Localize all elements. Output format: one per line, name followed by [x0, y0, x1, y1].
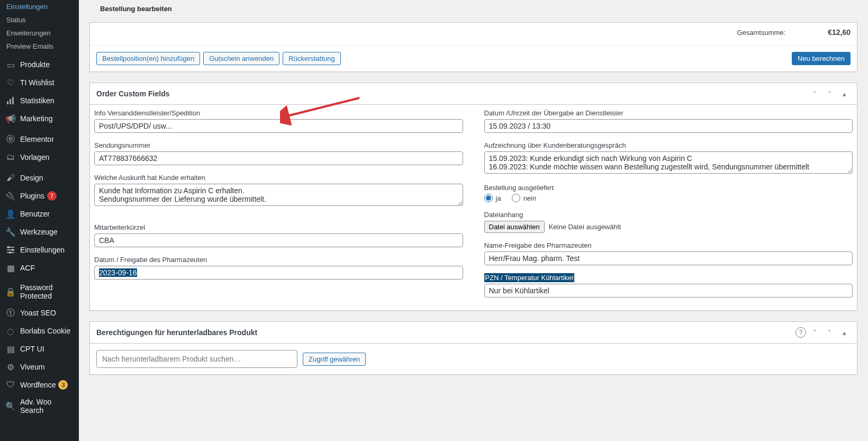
panel-move-up-icon[interactable]: ˄ — [808, 326, 821, 339]
sidebar-item-label: Plugins — [20, 192, 44, 200]
totals-label: Gesamtsumme: — [737, 29, 785, 37]
sidebar-item-acf[interactable]: ▦ ACF — [0, 259, 79, 277]
sidebar-item-label: Einstellungen — [20, 246, 65, 254]
label-info-shipping: Info Versanddienstleister/Spedition — [94, 109, 463, 117]
downloadable-search-input[interactable] — [96, 350, 297, 368]
sliders-icon — [5, 245, 16, 255]
sidebar-item-label: Design — [20, 174, 43, 182]
input-info-shipping[interactable] — [94, 119, 463, 133]
sidebar-item-produkte[interactable]: ▭ Produkte — [0, 56, 79, 74]
radio-delivered-yes-label[interactable]: ja — [484, 194, 501, 202]
textarea-auskunft[interactable] — [94, 184, 463, 206]
sidebar-item-label: CPT UI — [20, 345, 44, 353]
page-title: Bestellung bearbeiten — [89, 5, 857, 13]
elementor-icon: ⓔ — [5, 134, 16, 145]
wordfence-badge: 3 — [58, 380, 68, 390]
file-choose-button[interactable]: Datei auswählen — [484, 221, 545, 233]
sidebar-item-label: Elementor — [20, 135, 54, 143]
input-handover[interactable] — [484, 119, 853, 133]
downloadable-permissions-panel: Berechtigungen für herunterladbares Prod… — [89, 321, 857, 375]
lock-icon: 🔒 — [5, 286, 16, 297]
sidebar-item-label: Yoast SEO — [20, 309, 56, 317]
sidebar-item-elementor[interactable]: ⓔ Elementor — [0, 130, 79, 148]
heart-icon: ♡ — [5, 77, 16, 88]
sidebar-item-label: Viveum — [20, 363, 44, 371]
apply-coupon-button[interactable]: Gutschein anwenden — [203, 52, 279, 65]
help-icon[interactable]: ? — [795, 327, 806, 338]
input-pzn[interactable] — [484, 284, 853, 298]
input-kuerzel[interactable] — [94, 233, 463, 247]
label-pharma-name: Name-Freigabe des Pharmazeuten — [484, 241, 853, 249]
refund-button[interactable]: Rückerstattung — [283, 52, 340, 65]
radio-delivered-yes[interactable] — [484, 194, 493, 202]
totals-row: Gesamtsumme: €12,60 — [90, 23, 857, 46]
sidebar-item-marketing[interactable]: 📢 Marketing — [0, 110, 79, 128]
sidebar-sub-erweiterungen[interactable]: Erweiterungen — [0, 26, 79, 40]
panel-toggle-icon[interactable]: ▴ — [838, 87, 851, 100]
sidebar-sub-preview-emails[interactable]: Preview Emails — [0, 40, 79, 53]
add-items-button[interactable]: Bestellposition(en) hinzufügen — [96, 52, 200, 65]
sidebar-item-vorlagen[interactable]: 🗂 Vorlagen — [0, 148, 79, 166]
label-beratung: Aufzeichnung über Kundenberatungsgespräc… — [484, 141, 853, 149]
panel-move-up-icon[interactable]: ˄ — [808, 87, 821, 100]
sidebar-item-adv-woo-search[interactable]: 🔍 Adv. Woo Search — [0, 394, 79, 418]
sidebar-item-viveum[interactable]: ⚙ Viveum — [0, 358, 79, 376]
label-delivered: Bestellung ausgeliefert — [484, 184, 853, 192]
yoast-icon: Ⓨ — [5, 308, 16, 318]
panel-move-down-icon[interactable]: ˅ — [823, 87, 836, 100]
gear-icon: ⚙ — [5, 362, 16, 372]
grant-access-button[interactable]: Zugriff gewähren — [303, 353, 366, 366]
sidebar-item-label: Marketing — [20, 114, 52, 123]
page-header: Bestellung bearbeiten — [89, 0, 857, 15]
search-icon: 🔍 — [5, 401, 16, 411]
sidebar-item-werkzeuge[interactable]: 🔧 Werkzeuge — [0, 223, 79, 241]
sidebar-item-yoast[interactable]: Ⓨ Yoast SEO — [0, 304, 79, 322]
archive-icon: ▭ — [5, 59, 16, 70]
panel-move-down-icon[interactable]: ˅ — [823, 326, 836, 339]
sidebar-item-wishlist[interactable]: ♡ TI Wishlist — [0, 74, 79, 92]
sidebar-item-borlabs[interactable]: ◌ Borlabs Cookie — [0, 322, 79, 340]
megaphone-icon: 📢 — [5, 113, 16, 124]
recalculate-button[interactable]: Neu berechnen — [792, 52, 851, 65]
totals-value: €12,60 — [828, 28, 851, 37]
svg-point-8 — [9, 251, 11, 254]
sidebar-item-label: Borlabs Cookie — [20, 327, 70, 335]
order-custom-fields-panel: Order Custom Fields ˄ ˅ ▴ Info Versanddi… — [89, 83, 857, 311]
label-auskunft: Welche Auskunft hat Kunde erhalten — [94, 174, 463, 182]
svg-rect-1 — [10, 99, 11, 104]
sidebar-sub-einstellungen[interactable]: Einstellungen — [0, 0, 79, 13]
main-content: Bestellung bearbeiten Gesamtsumme: €12,6… — [79, 0, 868, 441]
radio-delivered-no[interactable] — [512, 194, 520, 202]
order-items-panel: Gesamtsumme: €12,60 Bestellposition(en) … — [89, 22, 857, 72]
sidebar-item-label: Benutzer — [20, 210, 50, 218]
input-tracking[interactable] — [94, 151, 463, 165]
cpt-icon: ▤ — [5, 344, 16, 354]
label-tracking: Sendungsnummer — [94, 141, 463, 149]
sidebar-item-label: ACF — [20, 264, 35, 272]
panel-toggle-icon[interactable]: ▴ — [838, 326, 851, 339]
admin-sidebar: Einstellungen Status Erweiterungen Previ… — [0, 0, 79, 441]
sidebar-item-label: Vorlagen — [20, 153, 49, 161]
sidebar-item-design[interactable]: 🖌 Design — [0, 169, 79, 187]
sidebar-item-einstellungen[interactable]: Einstellungen — [0, 241, 79, 259]
input-datum-pharma[interactable]: 2023-09-16 — [94, 266, 463, 280]
sidebar-sub-status[interactable]: Status — [0, 13, 79, 26]
input-pharma-name[interactable] — [484, 251, 853, 265]
radio-delivered-no-label[interactable]: nein — [512, 194, 537, 202]
file-none-text: Keine Datei ausgewählt — [549, 223, 621, 231]
sidebar-item-password-protected[interactable]: 🔒 Password Protected — [0, 280, 79, 304]
sidebar-item-plugins[interactable]: 🔌 Plugins 7 — [0, 187, 79, 205]
sidebar-item-label: Adv. Woo Search — [20, 398, 74, 415]
sidebar-item-label: Statistiken — [20, 96, 55, 105]
label-handover: Datum /Uhrzeit der Übergabe an Dienstlei… — [484, 109, 853, 117]
sidebar-item-benutzer[interactable]: 👤 Benutzer — [0, 205, 79, 223]
sidebar-item-label: TI Wishlist — [20, 78, 55, 87]
label-pzn: PZN / Temperatur Kühlartikel — [484, 274, 853, 282]
sidebar-item-cptui[interactable]: ▤ CPT UI — [0, 340, 79, 358]
sidebar-item-wordfence[interactable]: 🛡 Wordfence 3 — [0, 376, 79, 394]
sidebar-item-label: Wordfence — [20, 381, 56, 389]
textarea-beratung[interactable] — [484, 151, 853, 174]
sidebar-item-statistiken[interactable]: Statistiken — [0, 92, 79, 110]
wrench-icon: 🔧 — [5, 227, 16, 237]
stats-icon — [5, 95, 16, 106]
